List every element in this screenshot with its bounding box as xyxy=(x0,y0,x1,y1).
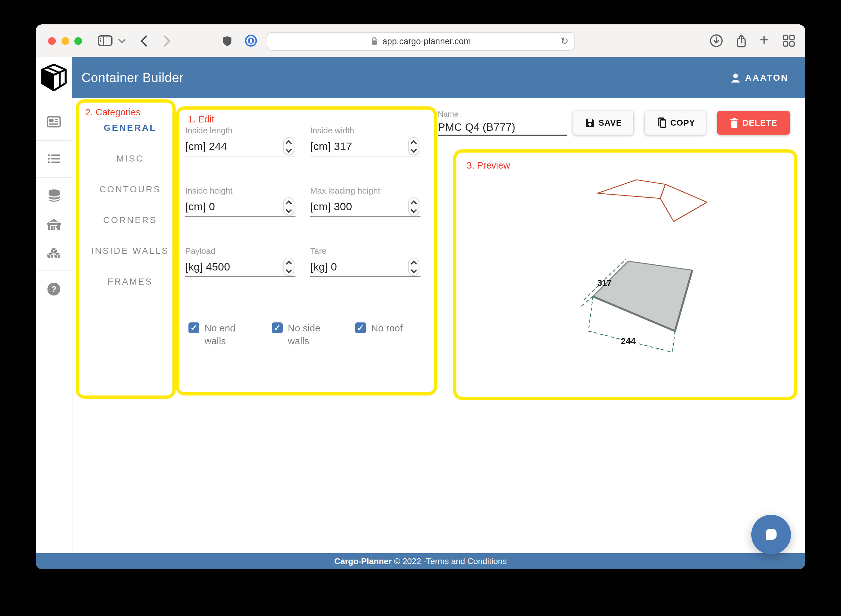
inside-length-label: Inside length xyxy=(185,126,296,137)
user-menu[interactable]: AAATON xyxy=(731,57,788,98)
inside-length-stepper[interactable] xyxy=(283,137,294,155)
app-header: Container Builder AAATON xyxy=(36,57,805,98)
new-tab-icon[interactable]: + xyxy=(756,24,772,57)
inside-width-stepper[interactable] xyxy=(408,137,419,155)
preview-highlight-box: 3. Preview xyxy=(453,150,797,400)
chat-bubble-icon xyxy=(762,525,781,544)
inside-width-label: Inside width xyxy=(310,126,420,137)
list-icon[interactable] xyxy=(36,153,72,164)
category-contours[interactable]: CONTOURS xyxy=(79,184,173,194)
back-button[interactable] xyxy=(136,24,151,57)
category-misc[interactable]: MISC xyxy=(79,153,173,163)
app-logo[interactable] xyxy=(36,57,72,98)
max-loading-height-field: Max loading height xyxy=(310,186,420,217)
person-icon xyxy=(731,73,741,82)
no-roof-label: No roof xyxy=(371,322,403,334)
no-side-walls-option: ✓ No side walls xyxy=(272,323,339,347)
address-bar[interactable]: app.cargo-planner.com ↻ xyxy=(267,32,575,51)
no-roof-checkbox[interactable]: ✓ xyxy=(355,323,366,333)
no-end-walls-label: No end walls xyxy=(205,322,244,347)
inside-length-field: Inside length xyxy=(185,126,296,156)
contour-wireframe xyxy=(598,180,707,221)
copy-button[interactable]: COPY xyxy=(645,111,706,135)
payload-input[interactable] xyxy=(185,260,278,275)
cargo-boxes-icon[interactable] xyxy=(36,247,72,260)
delete-button[interactable]: DELETE xyxy=(717,111,790,135)
category-corners[interactable]: CORNERS xyxy=(79,215,173,225)
categories-annotation: 2. Categories xyxy=(85,107,141,117)
no-side-walls-checkbox[interactable]: ✓ xyxy=(272,323,283,333)
browser-window: app.cargo-planner.com ↻ + xyxy=(36,24,805,569)
payload-stepper[interactable] xyxy=(283,258,294,276)
news-icon[interactable] xyxy=(36,116,72,128)
category-general[interactable]: GENERAL xyxy=(79,122,173,133)
tare-field: Tare xyxy=(310,246,420,277)
forward-button[interactable] xyxy=(159,24,174,57)
svg-text:?: ? xyxy=(51,285,57,294)
no-roof-option: ✓ No roof xyxy=(355,323,426,334)
pallet-deck xyxy=(593,261,692,331)
password-manager-icon[interactable] xyxy=(243,24,258,57)
url-text: app.cargo-planner.com xyxy=(382,37,471,46)
copy-icon xyxy=(655,117,667,129)
browser-toolbar: app.cargo-planner.com ↻ + xyxy=(36,24,805,58)
sidebar-divider xyxy=(36,270,72,271)
footer-text: © 2022 -Terms and Conditions xyxy=(392,556,507,566)
privacy-shield-icon[interactable] xyxy=(219,24,234,57)
edit-highlight-box: 1. Edit Inside length Inside width Insid… xyxy=(176,106,437,396)
width-dimension-label: 317 xyxy=(597,278,611,288)
save-icon xyxy=(585,117,595,128)
sidebar-divider xyxy=(36,177,72,177)
sidebar-toggle-icon[interactable] xyxy=(96,24,114,57)
lock-icon xyxy=(371,37,378,46)
save-label: SAVE xyxy=(599,118,622,128)
categories-highlight-box: 2. Categories GENERAL MISC CONTOURS CORN… xyxy=(76,99,176,399)
tare-label: Tare xyxy=(310,246,420,258)
no-end-walls-checkbox[interactable]: ✓ xyxy=(189,323,199,333)
payload-field: Payload xyxy=(185,246,296,277)
chat-widget-button[interactable] xyxy=(751,515,791,554)
trash-icon xyxy=(730,117,739,128)
save-button[interactable]: SAVE xyxy=(573,111,633,135)
downloads-icon[interactable] xyxy=(708,24,724,57)
username: AAATON xyxy=(745,72,788,83)
header-bar: Container Builder AAATON xyxy=(72,57,805,98)
page-title: Container Builder xyxy=(81,57,184,98)
copy-label: COPY xyxy=(670,118,695,128)
app-footer: Cargo-Planner © 2022 -Terms and Conditio… xyxy=(36,553,805,569)
container-3d-preview[interactable]: 317 244 xyxy=(456,153,794,397)
inside-height-field: Inside height xyxy=(185,186,296,217)
inside-length-input[interactable] xyxy=(185,139,278,154)
tare-input[interactable] xyxy=(310,260,403,275)
share-icon[interactable] xyxy=(733,24,749,57)
category-frames[interactable]: FRAMES xyxy=(79,276,173,286)
inside-width-field: Inside width xyxy=(310,126,420,156)
max-loading-height-input[interactable] xyxy=(310,199,403,215)
tab-overview-icon[interactable] xyxy=(781,24,796,57)
database-icon[interactable] xyxy=(36,188,72,202)
main-content: 2. Categories GENERAL MISC CONTOURS CORN… xyxy=(72,98,805,553)
edit-annotation: 1. Edit xyxy=(188,114,214,124)
inside-height-input[interactable] xyxy=(185,199,278,215)
max-loading-height-stepper[interactable] xyxy=(408,197,419,216)
help-icon[interactable]: ? xyxy=(36,282,72,296)
app-body: ? 2. Categories GENERAL MISC CONTOURS CO… xyxy=(36,98,805,553)
tare-stepper[interactable] xyxy=(408,258,419,276)
length-dimension-label: 244 xyxy=(621,336,636,346)
refresh-icon[interactable]: ↻ xyxy=(561,35,568,47)
close-window-button[interactable] xyxy=(48,37,56,44)
no-side-walls-label: No side walls xyxy=(288,322,328,347)
warehouse-icon[interactable] xyxy=(36,218,72,230)
name-input[interactable] xyxy=(438,120,567,136)
inside-width-input[interactable] xyxy=(310,139,403,154)
footer-brand-link[interactable]: Cargo-Planner xyxy=(334,556,392,566)
minimize-window-button[interactable] xyxy=(62,37,69,44)
desktop-background: app.cargo-planner.com ↻ + xyxy=(0,0,841,616)
zoom-window-button[interactable] xyxy=(74,37,82,44)
payload-label: Payload xyxy=(185,246,296,258)
category-inside-walls[interactable]: INSIDE WALLS xyxy=(79,245,173,256)
no-end-walls-option: ✓ No end walls xyxy=(189,323,256,347)
chevron-down-icon[interactable] xyxy=(117,24,127,57)
inside-height-stepper[interactable] xyxy=(283,197,294,216)
name-label: Name xyxy=(438,110,567,119)
